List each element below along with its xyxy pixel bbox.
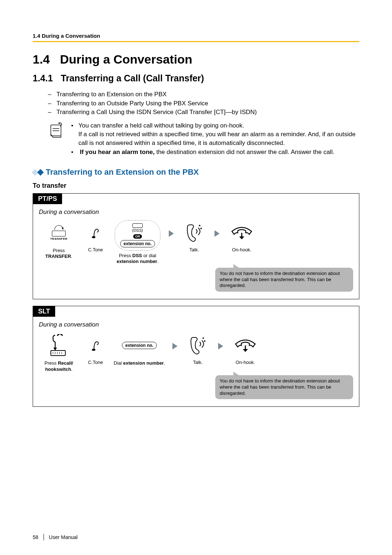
note-icon — [48, 121, 65, 138]
extension-no-pill: extension no. — [122, 342, 156, 349]
note-bold: If you hear an alarm tone, — [80, 149, 155, 155]
talk-icon — [185, 220, 203, 246]
confirmation-tone-icon — [90, 333, 101, 358]
dss-label: (DSS) — [130, 228, 145, 233]
blue-heading: Transferring to an Extension on the PBX — [46, 167, 199, 177]
context-line: During a conversation — [39, 321, 353, 328]
step-caption: Press TRANSFER. — [39, 248, 79, 260]
transfer-key-icon: TRANSFER — [48, 225, 69, 240]
svg-point-15 — [203, 337, 204, 339]
blue-heading-row: Transferring to an Extension on the PBX — [33, 167, 359, 177]
or-label: OR — [133, 234, 142, 239]
ctone-label: C.Tone — [88, 360, 103, 365]
list-item: Transferring a Call Using the ISDN Servi… — [56, 108, 257, 117]
note-text: You can transfer a held call without tal… — [78, 122, 244, 129]
dss-or-extension-group: (DSS) OR extension no. — [115, 220, 160, 251]
dss-key-icon — [132, 223, 143, 228]
talk-label: Talk. — [189, 247, 199, 252]
step-caption: Dial extension number. — [114, 360, 165, 366]
section-heading: 1.4During a Conversation — [33, 52, 359, 66]
subsection-title: Transferring a Call (Call Transfer) — [61, 73, 204, 83]
svg-point-16 — [204, 340, 205, 342]
note-text: the destination extension did not answer… — [155, 149, 334, 155]
arrow-icon — [218, 343, 223, 349]
speech-bubble: You do not have to inform the destinatio… — [215, 268, 353, 292]
page-number: 58 — [33, 534, 38, 540]
list-item: Transferring to an Outside Party Using t… — [56, 99, 208, 108]
subsection-number: 1.4.1 — [33, 73, 53, 83]
arrow-icon — [172, 343, 177, 349]
extension-no-pill: extension no. — [120, 240, 155, 247]
svg-point-4 — [92, 236, 95, 238]
note-block: • You can transfer a held call without t… — [48, 121, 359, 157]
arrow-icon — [169, 230, 174, 237]
doc-title: User Manual — [49, 534, 78, 540]
list-item: Transferring to an Extension on the PBX — [56, 90, 167, 99]
procedure-tab: SLT — [33, 306, 55, 317]
section-number: 1.4 — [33, 52, 50, 66]
to-transfer-heading: To transfer — [33, 182, 359, 190]
subsection-heading: 1.4.1Transferring a Call (Call Transfer) — [33, 73, 359, 84]
procedure-box-slt: SLT During a conversation — [33, 306, 359, 407]
onhook-icon — [233, 333, 257, 358]
ctone-label: C.Tone — [88, 247, 103, 252]
running-header: 1.4 During a Conversation — [33, 33, 359, 42]
talk-icon — [189, 333, 207, 358]
confirmation-tone-icon — [90, 220, 101, 246]
hookswitch-icon — [49, 333, 69, 358]
page-footer: 58 User Manual — [33, 534, 78, 540]
context-line: During a conversation — [39, 208, 353, 216]
svg-point-14 — [92, 349, 95, 351]
svg-point-5 — [199, 225, 200, 226]
procedure-tab: PT/PS — [33, 194, 62, 204]
talk-label: Talk. — [193, 360, 203, 365]
onhook-label: On-hook. — [232, 247, 251, 252]
onhook-label: On-hook. — [236, 360, 255, 365]
svg-rect-0 — [51, 125, 61, 136]
onhook-icon — [230, 220, 254, 246]
step-caption: Press DSS or dial extension number. — [117, 253, 159, 265]
speech-bubble: You do not have to inform the destinatio… — [215, 375, 353, 400]
arrow-icon — [215, 230, 220, 237]
section-title: During a Conversation — [60, 52, 192, 66]
procedure-box-ptps: PT/PS During a conversation TRANSFER Pre… — [33, 193, 359, 299]
topic-list: –Transferring to an Extension on the PBX… — [48, 90, 359, 117]
svg-point-3 — [58, 122, 60, 124]
note-text: If a call is not retrieved within a spec… — [78, 131, 356, 146]
svg-point-6 — [200, 228, 202, 229]
step-caption: Press Recall/hookswitch. — [45, 360, 73, 372]
diamond-icon — [37, 169, 44, 175]
